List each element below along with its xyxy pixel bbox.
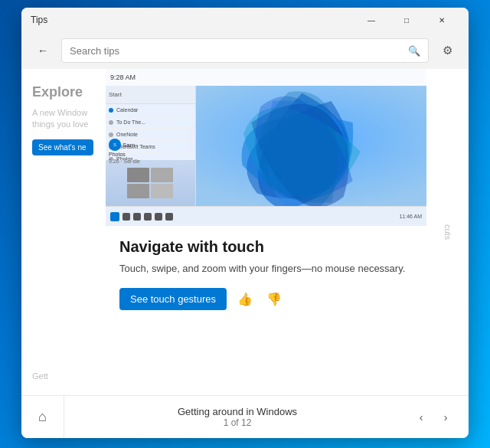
search-area: ← 🔍 ⚙ <box>21 32 469 69</box>
taskbar-time: 11:46 AM <box>399 214 422 219</box>
minimize-button[interactable]: — <box>354 8 389 32</box>
settings-button[interactable]: ⚙ <box>435 38 459 63</box>
card-description: Touch, swipe, and zoom with your fingers… <box>119 262 413 276</box>
bottom-left-text: Gett <box>32 371 48 381</box>
search-input[interactable] <box>70 45 408 57</box>
left-peek-panel: Explore A new Window things you love See… <box>21 69 106 395</box>
maximize-button[interactable]: □ <box>389 8 424 32</box>
center-card: 9:28 AM <box>104 69 428 395</box>
title-bar: Tips — □ ✕ <box>21 8 469 32</box>
bottom-nav: ⌂ Getting around in Windows 1 of 12 ‹ › <box>21 395 469 438</box>
taskbar-icon-2 <box>122 213 130 221</box>
start-row-2: To Do The... <box>104 116 195 129</box>
hero-top-bar: 9:28 AM <box>104 69 428 86</box>
card-title: Navigate with touch <box>119 238 413 256</box>
start-panel-img <box>104 160 195 206</box>
cta-button[interactable]: See touch gestures <box>119 288 227 310</box>
taskbar-icons <box>110 212 173 221</box>
tips-window: Tips — □ ✕ ← 🔍 ⚙ Explore A new Window th… <box>21 8 469 438</box>
hero-time: 9:28 AM <box>110 74 136 81</box>
card-content: Navigate with touch Touch, swipe, and zo… <box>104 226 428 395</box>
taskbar-icon-5 <box>155 213 162 221</box>
start-row-1: Calendar <box>104 104 195 116</box>
close-button[interactable]: ✕ <box>424 8 459 32</box>
taskbar-icon-4 <box>144 213 152 221</box>
nav-page: 1 of 12 <box>224 417 252 428</box>
right-peek-label: cuts <box>443 224 452 240</box>
start-panel-header: Start <box>104 86 195 104</box>
hero-image: 9:28 AM <box>104 69 428 226</box>
next-button[interactable]: › <box>435 407 456 428</box>
prev-button[interactable]: ‹ <box>410 407 432 428</box>
main-content: Explore A new Window things you love See… <box>21 69 469 395</box>
left-peek-button[interactable]: See what's ne <box>32 139 93 155</box>
search-icon[interactable]: 🔍 <box>408 45 420 57</box>
taskbar-icon-1 <box>110 212 119 221</box>
window-title: Tips <box>31 15 354 25</box>
taskbar-icon-6 <box>165 213 173 221</box>
title-bar-controls: — □ ✕ <box>354 8 459 32</box>
back-button[interactable]: ← <box>31 38 55 63</box>
nav-info: Getting around in Windows 1 of 12 <box>64 406 410 428</box>
nav-arrows: ‹ › <box>410 407 469 428</box>
bottom-left-peek: Gett <box>21 357 106 395</box>
left-peek-subtitle: A new Window things you love <box>32 107 95 131</box>
thumbs-down-button[interactable]: 👎 <box>263 289 285 310</box>
thumbs-up-button[interactable]: 👍 <box>234 289 256 310</box>
hero-start-panel: Start Calendar To Do The... OneNote Micr… <box>104 86 196 206</box>
nav-subtitle: Getting around in Windows <box>178 406 297 417</box>
search-box: 🔍 <box>61 38 429 63</box>
home-button[interactable]: ⌂ <box>21 396 64 439</box>
hero-taskbar: 11:46 AM <box>104 206 428 226</box>
taskbar-icon-3 <box>133 213 141 221</box>
card-actions: See touch gestures 👍 👎 <box>119 288 413 310</box>
right-peek-panel: cuts <box>426 69 469 395</box>
left-peek-title: Explore <box>32 84 95 101</box>
